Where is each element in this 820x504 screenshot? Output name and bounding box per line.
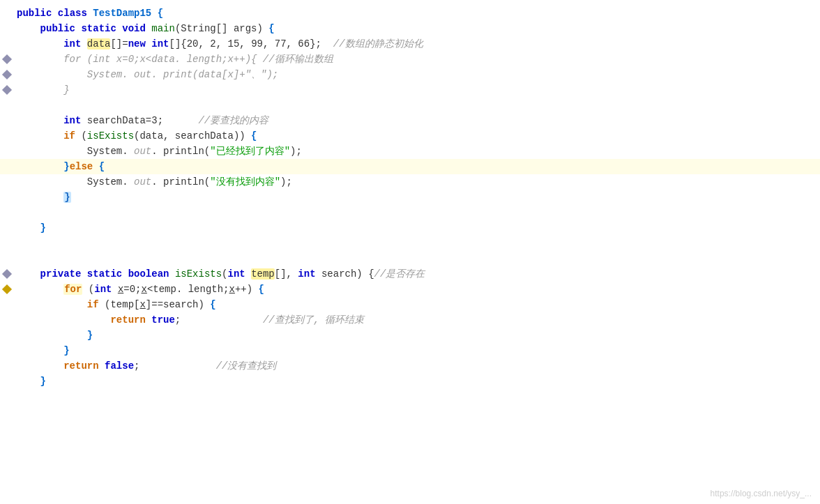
code-line-9: if (isExists(data, searchData)) { [0, 128, 820, 144]
code-line-15: } [0, 220, 820, 236]
code-line-20: if (temp[x]==search) { [0, 297, 820, 312]
left-icon-12 [0, 174, 14, 190]
code-line-13: } [0, 190, 820, 205]
line-content-17 [14, 251, 820, 266]
code-line-10: System. out. println("已经找到了内容"); [0, 144, 820, 159]
line-content-8: int searchData=3; //要查找的内容 [14, 113, 820, 128]
code-line-25: } [0, 374, 820, 389]
line-content-15: } [14, 220, 820, 236]
line-content-20: if (temp[x]==search) { [14, 297, 820, 312]
code-line-7 [0, 98, 820, 113]
code-line-23: } [0, 343, 820, 358]
line-content-5: System. out. print(data[x]+"、"); [14, 67, 820, 82]
line-content-19: for (int x=0;x<temp. length;x++) { [14, 282, 820, 297]
code-line-1: public class TestDamp15 { [0, 6, 820, 21]
left-icon-20 [0, 297, 14, 312]
line-content-11: }else { [14, 159, 820, 174]
left-icon-15 [0, 220, 14, 236]
line-content-13: } [14, 190, 820, 205]
line-content-18: private static boolean isExists(int temp… [14, 266, 820, 282]
line-content-21: return true; //查找到了, 循环结束 [14, 312, 820, 328]
code-line-12: System. out. println("没有找到内容"); [0, 174, 820, 190]
line-content-22: } [14, 328, 820, 343]
code-line-8: int searchData=3; //要查找的内容 [0, 113, 820, 128]
code-line-4: for (int x=0;x<data. length;x++){ //循环输出… [0, 52, 820, 67]
line-content-1: public class TestDamp15 { [14, 6, 820, 21]
left-icon-10 [0, 144, 14, 159]
left-icon-23 [0, 343, 14, 358]
line-content-3: int data[]=new int[]{20, 2, 15, 99, 77, … [14, 36, 820, 52]
line-content-23: } [14, 343, 820, 358]
line-content-6: } [14, 82, 820, 98]
code-line-16 [0, 236, 820, 251]
line-content-10: System. out. println("已经找到了内容"); [14, 144, 820, 159]
left-icon-2 [0, 21, 14, 36]
line-content-4: for (int x=0;x<data. length;x++){ //循环输出… [14, 52, 820, 67]
breakpoint-icon-6 [2, 85, 12, 95]
code-line-22: } [0, 328, 820, 343]
left-icon-4 [0, 52, 14, 67]
left-icon-17 [0, 251, 14, 266]
code-line-19: for (int x=0;x<temp. length;x++) { [0, 282, 820, 297]
left-icon-11 [0, 159, 14, 174]
code-line-6: } [0, 82, 820, 98]
left-icon-7 [0, 98, 14, 113]
code-line-14 [0, 205, 820, 220]
line-content-2: public static void main(String[] args) { [14, 21, 820, 36]
left-icon-25 [0, 374, 14, 389]
breakpoint-icon-18 [2, 269, 12, 279]
line-content-16 [14, 236, 820, 251]
left-icon-1 [0, 6, 14, 21]
left-icon-24 [0, 358, 14, 374]
breakpoint-icon-19 [2, 284, 12, 294]
left-icon-18 [0, 266, 14, 282]
left-icon-9 [0, 128, 14, 144]
line-content-24: return false; //没有查找到 [14, 358, 820, 374]
left-icon-8 [0, 113, 14, 128]
code-line-5: System. out. print(data[x]+"、"); [0, 67, 820, 82]
left-icon-22 [0, 328, 14, 343]
breakpoint-icon-4 [2, 54, 12, 64]
left-icon-6 [0, 82, 14, 98]
code-line-24: return false; //没有查找到 [0, 358, 820, 374]
left-icon-19 [0, 282, 14, 297]
code-container: public class TestDamp15 { public static … [0, 0, 820, 504]
code-line-18: private static boolean isExists(int temp… [0, 266, 820, 282]
line-content-25: } [14, 374, 820, 389]
code-line-3: int data[]=new int[]{20, 2, 15, 99, 77, … [0, 36, 820, 52]
left-icon-16 [0, 236, 14, 251]
line-content-7 [14, 98, 820, 113]
left-icon-5 [0, 67, 14, 82]
left-icon-3 [0, 36, 14, 52]
left-icon-13 [0, 190, 14, 205]
line-content-12: System. out. println("没有找到内容"); [14, 174, 820, 190]
code-line-2: public static void main(String[] args) { [0, 21, 820, 36]
left-icon-14 [0, 205, 14, 220]
line-content-9: if (isExists(data, searchData)) { [14, 128, 820, 144]
code-line-17 [0, 251, 820, 266]
line-content-14 [14, 205, 820, 220]
code-line-21: return true; //查找到了, 循环结束 [0, 312, 820, 328]
breakpoint-icon-5 [2, 70, 12, 79]
code-line-11: }else { [0, 159, 820, 174]
left-icon-21 [0, 312, 14, 328]
watermark: https://blog.csdn.net/ysy_... [711, 489, 812, 498]
